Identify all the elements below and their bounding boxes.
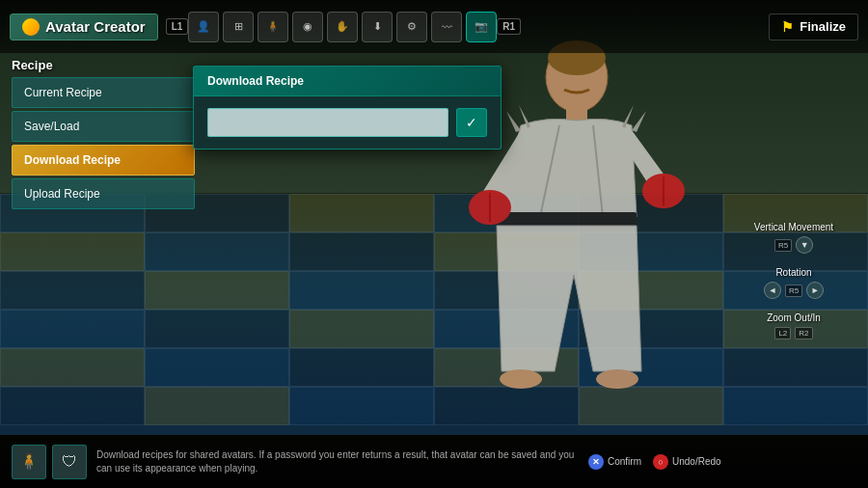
vertical-up-btn[interactable]: R5 (774, 239, 792, 252)
finalize-icon: ⚑ (781, 19, 794, 35)
zoom-controls: L2 R2 (731, 327, 856, 339)
recipe-panel-title: Recipe (12, 58, 195, 72)
undo-control: ○ Undo/Redo (653, 454, 721, 470)
vertical-movement-controls: R5 ▼ (731, 236, 856, 254)
title-badge: Avatar Creator (10, 14, 158, 41)
svg-point-8 (500, 369, 542, 389)
recipe-panel: Recipe Current Recipe Save/Load Download… (12, 58, 195, 212)
right-controls-panel: Vertical Movement R5 ▼ Rotation ◄ R5 ► Z… (731, 222, 856, 353)
tab-person[interactable]: 👤 (188, 12, 219, 42)
svg-point-9 (596, 369, 638, 389)
menu-download-recipe[interactable]: Download Recipe (12, 145, 195, 176)
recipe-code-input[interactable] (207, 108, 448, 137)
vertical-down-arrow[interactable]: ▼ (796, 236, 813, 254)
rotation-right-arrow[interactable]: ► (806, 282, 824, 299)
hint-text: Download recipes for shared avatars. If … (96, 448, 579, 475)
confirm-control-label: Confirm (608, 456, 641, 467)
confirm-checkmark: ✓ (466, 115, 477, 130)
finalize-label: Finalize (800, 19, 846, 34)
modal-header: Download Recipe (194, 67, 501, 96)
rotation-controls: ◄ R5 ► (731, 282, 856, 299)
modal-title: Download Recipe (207, 74, 304, 88)
tab-grid[interactable]: ⊞ (223, 12, 254, 42)
vertical-movement-label: Vertical Movement (731, 222, 856, 232)
confirm-control: ✕ Confirm (588, 454, 641, 470)
l1-tag[interactable]: L1 (166, 18, 189, 35)
tab-wave[interactable]: 〰 (431, 12, 462, 42)
rotation-left-arrow[interactable]: ◄ (764, 282, 781, 299)
zoom-label: Zoom Out/In (731, 312, 856, 323)
menu-save-load[interactable]: Save/Load (12, 111, 195, 142)
tab-download[interactable]: ⬇ (362, 12, 393, 42)
tab-accessory[interactable]: ✋ (327, 12, 358, 42)
app-title: Avatar Creator (45, 18, 146, 35)
menu-upload-recipe[interactable]: Upload Recipe (12, 178, 195, 209)
undo-control-label: Undo/Redo (672, 456, 721, 467)
bottom-icon-shield: 🛡 (52, 445, 87, 479)
modal-confirm-button[interactable]: ✓ (456, 108, 487, 137)
r1-tag[interactable]: R1 (497, 18, 521, 35)
nav-tabs: 👤 ⊞ 🧍 ◉ ✋ ⬇ ⚙ 〰 📷 (188, 12, 497, 42)
modal-body: ✓ (194, 96, 501, 149)
download-recipe-modal: Download Recipe ✓ (193, 66, 502, 149)
modal-box: Download Recipe ✓ (193, 66, 502, 149)
tab-gear[interactable]: ⚙ (396, 12, 427, 42)
zoom-out-btn[interactable]: L2 (774, 327, 791, 339)
menu-current-recipe[interactable]: Current Recipe (12, 77, 195, 108)
svg-rect-3 (497, 212, 637, 226)
confirm-btn-icon[interactable]: ✕ (588, 454, 604, 470)
undo-btn-icon[interactable]: ○ (653, 454, 668, 470)
tab-body[interactable]: 🧍 (258, 12, 288, 42)
tab-face[interactable]: ◉ (292, 12, 323, 42)
rotation-label: Rotation (731, 267, 856, 278)
bottom-icons: 🧍 🛡 (12, 445, 87, 479)
title-icon (22, 18, 40, 36)
bottom-icon-person: 🧍 (12, 445, 46, 479)
top-bar: Avatar Creator L1 👤 ⊞ 🧍 ◉ ✋ ⬇ ⚙ 〰 📷 R1 ⚑… (0, 0, 868, 53)
finalize-button[interactable]: ⚑ Finalize (769, 14, 858, 41)
bottom-bar: 🧍 🛡 Download recipes for shared avatars.… (0, 435, 868, 488)
bottom-controls: ✕ Confirm ○ Undo/Redo (588, 454, 721, 470)
zoom-in-btn[interactable]: R2 (795, 327, 812, 339)
tab-camera[interactable]: 📷 (466, 12, 497, 42)
rotation-mid-btn[interactable]: R5 (785, 285, 802, 297)
